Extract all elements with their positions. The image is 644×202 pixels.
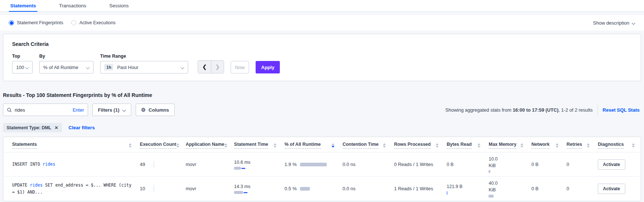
- column-header-retries[interactable]: Retries: [564, 137, 596, 152]
- runtime-pct-value: 1.9 %: [285, 162, 297, 167]
- statement-link[interactable]: INSERT INTO rides: [12, 162, 55, 167]
- filters-button-label: Filters (1): [98, 107, 120, 113]
- columns-button-label: Columns: [149, 107, 169, 113]
- sort-icon[interactable]: [477, 143, 480, 148]
- table-header-row: Statements Execution Count Application N…: [3, 137, 641, 152]
- statement-link[interactable]: UPDATE rides SET end_address = $... WHER…: [12, 183, 131, 195]
- search-input[interactable]: [15, 107, 70, 113]
- clear-filters-link[interactable]: Clear filters: [69, 125, 95, 130]
- column-header-max-memory[interactable]: Max Memory: [486, 137, 529, 152]
- column-header-pct-of-all-runtime[interactable]: % of All Runtime: [282, 137, 340, 152]
- statement-time-mean-marker: [241, 168, 245, 169]
- search-box: Enter: [3, 104, 88, 116]
- by-select[interactable]: % of All Runtime: [39, 61, 94, 73]
- application-name-value: movr: [186, 186, 196, 191]
- gear-icon: ⚙: [141, 107, 146, 113]
- sort-icon[interactable]: [556, 143, 559, 148]
- divider: [597, 104, 598, 115]
- view-toggle-bar: Statement Fingerprints Active Executions…: [0, 15, 644, 30]
- sort-icon[interactable]: [383, 143, 386, 148]
- sort-icon[interactable]: [129, 143, 132, 148]
- previous-time-window-button[interactable]: ❮: [198, 61, 211, 73]
- filter-chip-statement-type: Statement Type: DML ✕: [3, 123, 62, 132]
- chevron-down-icon: [632, 21, 635, 25]
- radio-label: Statement Fingerprints: [17, 20, 63, 25]
- stats-summary-prefix: Showing aggregated stats from: [445, 107, 513, 113]
- activate-diagnostics-button[interactable]: Activate: [598, 184, 625, 194]
- statements-table-card: Statements Execution Count Application N…: [3, 137, 641, 201]
- column-header-statement-time[interactable]: Statement Time: [232, 137, 282, 152]
- sort-icon[interactable]: [274, 143, 277, 148]
- top-select[interactable]: 100: [12, 61, 33, 73]
- top-field: Top 100: [12, 54, 33, 73]
- statement-time-value: 14.3 ms: [234, 183, 251, 190]
- application-name-value: movr: [186, 162, 196, 167]
- execution-count-value: 49: [140, 162, 148, 167]
- contention-time-value: 0.0 ns: [343, 186, 355, 191]
- chevron-down-icon: [25, 66, 29, 69]
- bytes-read-value: 121.9 B: [447, 183, 464, 190]
- filters-button[interactable]: Filters (1): [92, 104, 131, 116]
- stats-summary-suffix: , 1-2 of 2 results: [559, 107, 593, 113]
- sort-icon[interactable]: [587, 143, 590, 148]
- column-header-network[interactable]: Network: [529, 137, 564, 152]
- sql-table-name: rides: [43, 162, 55, 167]
- table-row: UPDATE rides SET end_address = $... WHER…: [3, 177, 641, 201]
- activate-diagnostics-button[interactable]: Activate: [598, 159, 625, 170]
- show-description-toggle[interactable]: Show description: [593, 20, 635, 26]
- time-range-select[interactable]: 1h Past Hour: [100, 61, 188, 73]
- statements-table: Statements Execution Count Application N…: [3, 137, 641, 201]
- sort-icon[interactable]: [176, 143, 179, 148]
- radio-label: Active Executions: [79, 20, 116, 25]
- column-header-contention-time[interactable]: Contention Time: [340, 137, 392, 152]
- time-range-value: Past Hour: [117, 65, 138, 70]
- execution-count-value: 10: [140, 186, 148, 191]
- top-select-value: 100: [16, 65, 24, 70]
- table-row: INSERT INTO rides 49 movr 10.6 ms 1.9 % …: [3, 152, 641, 177]
- search-criteria-card: Search Criteria Top 100 By % of All Runt…: [3, 34, 641, 81]
- radio-active-executions[interactable]: Active Executions: [71, 20, 116, 25]
- rows-processed-value: 1 Reads / 1 Writes: [394, 186, 433, 191]
- reset-sql-stats-link[interactable]: Reset SQL Stats: [603, 107, 641, 113]
- tab-statements[interactable]: Statements: [9, 0, 37, 12]
- sort-icon[interactable]: [436, 143, 439, 148]
- radio-statement-fingerprints[interactable]: Statement Fingerprints: [9, 20, 63, 25]
- sort-icon[interactable]: [632, 143, 635, 148]
- contention-time-value: 0.0 ns: [343, 162, 355, 167]
- statement-time-bar: [234, 167, 241, 170]
- main-tabbar: Statements Transactions Sessions: [0, 0, 644, 12]
- column-header-execution-count[interactable]: Execution Count: [138, 137, 183, 152]
- sort-icon[interactable]: [520, 143, 523, 148]
- chevron-down-icon: [86, 66, 89, 69]
- by-select-value: % of All Runtime: [43, 65, 78, 70]
- tab-transactions[interactable]: Transactions: [58, 0, 88, 12]
- tab-sessions[interactable]: Sessions: [108, 0, 130, 12]
- results-heading: Results - Top 100 Statement Fingerprints…: [3, 92, 641, 98]
- column-header-statements[interactable]: Statements: [3, 137, 138, 152]
- stats-summary-range: 16:00 to 17:59 (UTC): [513, 107, 559, 113]
- max-memory-bar: [489, 195, 494, 198]
- statement-time-value: 10.6 ms: [234, 159, 251, 166]
- sort-icon[interactable]: [332, 143, 334, 148]
- time-window-arrows: ❮ ❯: [198, 60, 224, 73]
- column-header-application-name[interactable]: Application Name: [183, 137, 232, 152]
- columns-button[interactable]: ⚙ Columns: [136, 104, 175, 116]
- search-icon: [7, 108, 12, 112]
- column-header-diagnostics[interactable]: Diagnostics: [596, 137, 641, 152]
- sort-icon[interactable]: [224, 143, 227, 148]
- close-icon[interactable]: ✕: [55, 125, 58, 130]
- next-time-window-button[interactable]: ❯: [211, 61, 224, 73]
- by-field: By % of All Runtime: [39, 54, 94, 73]
- search-enter-link[interactable]: Enter: [73, 107, 84, 113]
- bytes-read-bar: [447, 191, 447, 195]
- column-header-bytes-read[interactable]: Bytes Read: [444, 137, 486, 152]
- apply-button[interactable]: Apply: [256, 61, 280, 73]
- filter-chip-label: Statement Type: DML: [7, 125, 51, 130]
- chevron-down-icon: [122, 108, 126, 112]
- network-value: 0 B: [531, 162, 539, 167]
- now-button[interactable]: Now: [231, 61, 249, 73]
- time-range-badge: 1h: [104, 64, 113, 71]
- filter-chip-row: Statement Type: DML ✕ Clear filters: [3, 123, 641, 132]
- column-header-rows-processed[interactable]: Rows Processed: [392, 137, 444, 152]
- show-description-label: Show description: [593, 20, 629, 26]
